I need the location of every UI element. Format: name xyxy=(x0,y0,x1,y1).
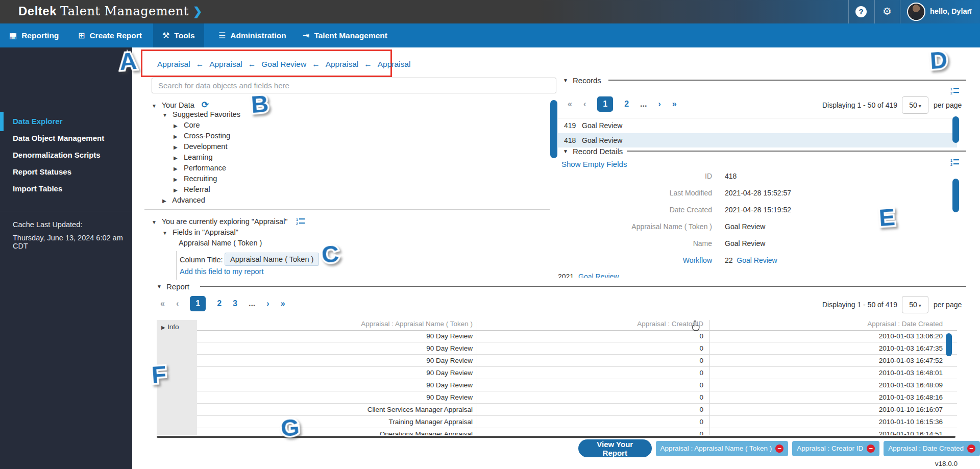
chevron-down-icon: ▼ xyxy=(162,230,170,236)
nav-item-reporting[interactable]: ▦ Reporting xyxy=(0,23,68,47)
table-row[interactable]: 90 Day Review 0 2010-01-03 16:47:35 xyxy=(197,342,957,355)
numbered-list-icon[interactable]: 1 2 xyxy=(950,159,960,166)
records-list-scrollbar[interactable] xyxy=(952,116,959,143)
column-header-appraisal-name[interactable]: Appraisal : Appraisal Name ( Token ) xyxy=(202,320,473,330)
page-button-3[interactable]: 3 xyxy=(233,299,237,308)
breadcrumb-item[interactable]: Appraisal xyxy=(326,60,359,68)
nav-item-create-report[interactable]: ⊞ Create Report xyxy=(69,23,151,47)
prev-page-button[interactable]: ‹ xyxy=(583,100,586,109)
sidebar-item-data-explorer[interactable]: Data Explorer xyxy=(0,113,132,130)
field-chip-appraisal-name[interactable]: Appraisal : Appraisal Name ( Token ) − xyxy=(656,441,789,456)
tree-label: Core xyxy=(184,121,200,129)
workflow-id: 22 xyxy=(725,256,733,264)
currently-exploring-row[interactable]: ▼ You are currently exploring "Appraisal… xyxy=(152,217,305,226)
report-collapse-caret-icon[interactable]: ▼ xyxy=(157,284,162,289)
next-page-button[interactable]: › xyxy=(266,299,269,308)
record-details-scrollbar[interactable] xyxy=(952,179,959,212)
breadcrumb-item[interactable]: Appraisal xyxy=(157,60,190,68)
user-menu-caret-icon[interactable]: ▾ xyxy=(969,7,972,14)
last-page-button[interactable]: » xyxy=(281,299,285,308)
table-row[interactable]: Training Manager Appraisal 0 2010-01-10 … xyxy=(197,416,957,428)
table-row[interactable]: 90 Day Review 0 2010-01-03 13:06:20 xyxy=(197,330,957,342)
tree-item-learning[interactable]: ▶ Learning xyxy=(174,153,212,161)
detail-value-last-modified: 2021-04-28 15:52:57 xyxy=(725,189,791,197)
gear-icon[interactable]: ⚙ xyxy=(883,5,892,17)
avatar[interactable] xyxy=(907,3,925,21)
first-page-button[interactable]: « xyxy=(568,100,572,109)
brand-logo: DeltekTalent Management❯ xyxy=(18,4,202,18)
breadcrumb-item[interactable]: Goal Review xyxy=(261,60,306,68)
refresh-icon[interactable]: ⟳ xyxy=(202,100,209,110)
tree-item-core[interactable]: ▶ Core xyxy=(174,121,200,129)
record-details-collapse-caret-icon[interactable]: ▼ xyxy=(563,149,568,154)
remove-field-icon[interactable]: − xyxy=(967,445,975,453)
sidebar-item-import-tables[interactable]: Import Tables xyxy=(0,180,132,198)
table-row[interactable]: Client Services Manager Appraisal 0 2010… xyxy=(197,404,957,416)
sidebar-item-data-object-management[interactable]: Data Object Management xyxy=(0,130,132,147)
search-input[interactable] xyxy=(152,78,556,93)
numbered-list-icon[interactable]: 1 2 xyxy=(950,87,960,95)
last-page-button[interactable]: » xyxy=(672,100,677,109)
record-row-419[interactable]: 419 Goal Review xyxy=(558,118,957,133)
remove-field-icon[interactable]: − xyxy=(775,445,783,453)
tree-item-recruiting[interactable]: ▶ Recruiting xyxy=(174,175,217,183)
report-per-page-select[interactable]: 50▾ xyxy=(902,296,928,313)
records-collapse-caret-icon[interactable]: ▼ xyxy=(563,78,568,83)
tree-item-suggested-favorites[interactable]: ▼ Suggested Favorites xyxy=(162,110,240,118)
info-expander[interactable]: ▶Info xyxy=(161,323,179,331)
tree-item-performance[interactable]: ▶ Performance xyxy=(174,164,226,172)
nav-label: Administration xyxy=(230,31,286,40)
annotation-letter-c: C xyxy=(321,239,340,268)
show-empty-fields-link[interactable]: Show Empty Fields xyxy=(561,160,627,168)
report-table-scrollbar[interactable] xyxy=(946,333,952,356)
numbered-list-icon[interactable]: 1 2 xyxy=(296,218,305,226)
column-header-creator-id[interactable]: Appraisal : Creator ID xyxy=(482,320,703,330)
nav-item-talent-management[interactable]: ⇥ Talent Management xyxy=(293,23,397,47)
horizontal-scrollbar[interactable] xyxy=(157,436,955,438)
remove-field-icon[interactable]: − xyxy=(867,445,875,453)
table-row[interactable]: 90 Day Review 0 2010-01-03 16:47:52 xyxy=(197,355,957,367)
table-row[interactable]: 90 Day Review 0 2010-01-03 16:48:16 xyxy=(197,391,957,404)
field-appraisal-name-token[interactable]: Appraisal Name ( Token ) xyxy=(179,239,262,247)
column-header-date-created[interactable]: Appraisal : Date Created xyxy=(715,320,943,330)
fields-in-appraisal-row[interactable]: ▼ Fields in "Appraisal" xyxy=(162,228,238,236)
breadcrumb-item[interactable]: Appraisal xyxy=(378,60,411,68)
table-row[interactable]: 90 Day Review 0 2010-01-03 16:48:09 xyxy=(197,379,957,391)
view-your-report-button[interactable]: View Your Report xyxy=(578,439,652,457)
page-button-2[interactable]: 2 xyxy=(217,299,222,308)
workflow-link[interactable]: Goal Review xyxy=(737,256,777,264)
add-field-to-report-link[interactable]: Add this field to my report xyxy=(180,267,263,276)
explorer-scrollbar[interactable] xyxy=(550,100,557,158)
record-row-418-selected[interactable]: 418 Goal Review xyxy=(558,133,957,147)
detail-label-workflow-link[interactable]: Workflow xyxy=(559,256,712,264)
page-button-2[interactable]: 2 xyxy=(624,100,629,109)
column-title-value-chip[interactable]: Appraisal Name ( Token ) xyxy=(225,253,319,266)
tree-item-advanced[interactable]: ▶ Advanced xyxy=(162,196,205,204)
table-row-clipped[interactable]: Operations Manager Appraisal 0 2010-01-1… xyxy=(197,428,957,435)
nav-item-administration[interactable]: ☰ Administration xyxy=(209,23,296,47)
first-page-button[interactable]: « xyxy=(160,299,165,308)
cell-creator-id: 0 xyxy=(482,381,703,389)
tree-item-referral[interactable]: ▶ Referral xyxy=(174,185,210,193)
prev-page-button[interactable]: ‹ xyxy=(176,299,179,308)
svg-text:1: 1 xyxy=(950,159,952,162)
sidebar-item-denormalization-scripts[interactable]: Denormalization Scripts xyxy=(0,146,132,164)
field-chip-date-created[interactable]: Appraisal : Date Created − xyxy=(884,441,980,456)
cell-date-created: 2010-01-03 16:47:52 xyxy=(715,357,943,364)
page-button-1[interactable]: 1 xyxy=(190,296,206,311)
breadcrumb-item[interactable]: Appraisal xyxy=(209,60,242,68)
field-chip-creator-id[interactable]: Appraisal : Creator ID − xyxy=(792,441,879,456)
sidebar-item-report-statuses[interactable]: Report Statuses xyxy=(0,163,132,181)
per-page-value: 50 xyxy=(909,101,917,109)
cache-last-updated-label: Cache Last Updated: xyxy=(13,220,82,229)
next-page-button[interactable]: › xyxy=(658,100,660,109)
page-button-1[interactable]: 1 xyxy=(597,96,613,112)
tree-item-development[interactable]: ▶ Development xyxy=(174,142,227,151)
user-greeting[interactable]: hello, Dylan xyxy=(930,7,971,15)
table-row[interactable]: 90 Day Review 0 2010-01-03 16:48:01 xyxy=(197,367,957,379)
records-per-page-select[interactable]: 50▾ xyxy=(902,96,928,114)
help-icon[interactable]: ? xyxy=(855,6,867,17)
tree-item-your-data[interactable]: ▼ Your Data ⟳ xyxy=(152,100,209,110)
nav-item-tools[interactable]: ⚒ Tools xyxy=(153,23,204,47)
tree-item-cross-posting[interactable]: ▶ Cross-Posting xyxy=(174,132,230,140)
